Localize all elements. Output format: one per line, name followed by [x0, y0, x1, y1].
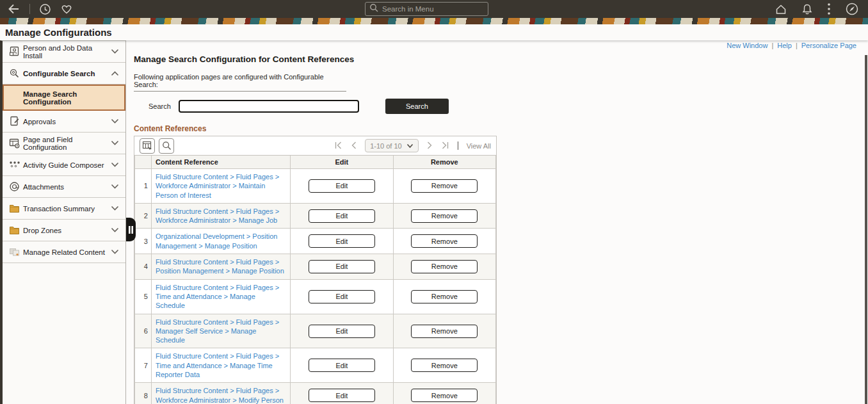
first-page-icon	[334, 141, 342, 150]
content-reference-header: Content Reference	[151, 156, 290, 169]
zoom-grid-icon[interactable]	[159, 138, 174, 154]
sidebar-item-attachments[interactable]: Attachments	[3, 176, 125, 198]
next-page-icon	[427, 141, 433, 150]
remove-cell: Remove	[393, 383, 495, 404]
remove-button[interactable]: Remove	[411, 325, 478, 338]
home-icon[interactable]	[775, 3, 787, 15]
new-window-link[interactable]: New Window	[727, 42, 768, 49]
decorative-banner	[0, 18, 868, 24]
personalize-page-link[interactable]: Personalize Page	[801, 42, 856, 49]
edit-button[interactable]: Edit	[309, 234, 375, 248]
configurable-search-icon	[9, 68, 23, 79]
navbar-compass-icon[interactable]	[845, 2, 859, 16]
menu-search-input[interactable]	[382, 5, 478, 13]
chevron-down-icon	[406, 143, 414, 149]
content-reference-link[interactable]: Fluid Structure Content > Fluid Pages > …	[156, 387, 284, 403]
sidebar-item-label: Person and Job Data Install	[23, 44, 111, 60]
remove-button[interactable]: Remove	[411, 389, 478, 402]
page-title: Manage Configurations	[5, 27, 112, 38]
menu-search-box[interactable]	[365, 2, 488, 16]
edit-button[interactable]: Edit	[309, 389, 375, 402]
content-references-table: Content Reference Edit Remove 1Fluid Str…	[134, 156, 496, 404]
row-number: 6	[135, 314, 152, 348]
topbar-divider	[29, 4, 30, 14]
notifications-bell-icon[interactable]	[801, 3, 813, 15]
activity-guide-icon	[9, 159, 23, 170]
remove-button[interactable]: Remove	[411, 234, 478, 248]
grid-title: Content References	[134, 124, 868, 133]
content-reference-link[interactable]: Fluid Structure Content > Fluid Pages > …	[156, 352, 279, 378]
grid-toolbar: 1-10 of 10 View All	[134, 136, 496, 156]
remove-button[interactable]: Remove	[411, 179, 478, 193]
sidebar-item-person-and-job-data-install[interactable]: Person and Job Data Install	[3, 41, 125, 63]
sidebar-item-approvals[interactable]: Approvals	[3, 111, 125, 133]
remove-button[interactable]: Remove	[411, 260, 478, 273]
content-reference-cell: Fluid Structure Content > Fluid Pages > …	[151, 383, 290, 404]
table-row: 4Fluid Structure Content > Fluid Pages >…	[135, 254, 496, 280]
content-references-grid: 1-10 of 10 View All	[134, 136, 497, 404]
row-number: 8	[135, 383, 152, 404]
edit-cell: Edit	[291, 229, 393, 254]
content-reference-link[interactable]: Fluid Structure Content > Fluid Pages > …	[156, 207, 279, 224]
sidebar-item-transaction-summary[interactable]: Transaction Summary	[3, 198, 125, 220]
table-row: 5Fluid Structure Content > Fluid Pages >…	[135, 279, 496, 314]
sidebar-item-label: Manage Search Configuration	[23, 90, 118, 106]
grid-actions-icon[interactable]	[140, 138, 155, 154]
chevron-up-icon	[111, 70, 119, 77]
edit-button[interactable]: Edit	[309, 209, 375, 223]
remove-button[interactable]: Remove	[411, 209, 478, 223]
page-heading: Manage Search Configuration for Content …	[134, 54, 868, 64]
folder-icon	[9, 225, 23, 235]
row-number: 3	[135, 229, 152, 254]
sidebar-item-manage-search-configuration[interactable]: Manage Search Configuration	[3, 85, 125, 111]
content-reference-link[interactable]: Fluid Structure Content > Fluid Pages > …	[156, 284, 279, 310]
edit-button[interactable]: Edit	[309, 325, 375, 338]
related-content-icon	[9, 247, 23, 257]
remove-button[interactable]: Remove	[411, 290, 478, 303]
sidebar-item-label: Page and Field Configuration	[23, 136, 111, 151]
link-separator: |	[796, 42, 798, 49]
vertical-scrollbar[interactable]	[865, 55, 867, 404]
row-number: 7	[135, 348, 152, 383]
edit-button[interactable]: Edit	[309, 359, 375, 372]
sidebar-item-manage-related-content[interactable]: Manage Related Content	[3, 241, 125, 263]
sidebar-item-activity-guide-composer[interactable]: Activity Guide Composer	[3, 154, 125, 176]
sidebar-item-page-and-field-configuration[interactable]: Page and Field Configuration	[3, 133, 125, 154]
edit-button[interactable]: Edit	[309, 290, 375, 303]
back-icon[interactable]	[6, 2, 20, 16]
row-number: 2	[135, 203, 152, 229]
remove-cell: Remove	[393, 348, 495, 383]
top-bar	[0, 0, 868, 18]
row-range-dropdown[interactable]: 1-10 of 10	[365, 139, 419, 152]
sidebar-collapse-handle[interactable]	[126, 218, 136, 241]
table-row: 1Fluid Structure Content > Fluid Pages >…	[135, 169, 496, 204]
content-reference-link[interactable]: Fluid Structure Content > Fluid Pages > …	[156, 318, 279, 344]
edit-button[interactable]: Edit	[309, 260, 375, 273]
search-button[interactable]: Search	[385, 99, 449, 114]
sidebar-item-configurable-search[interactable]: Configurable Search	[3, 63, 125, 85]
remove-cell: Remove	[393, 254, 495, 280]
remove-button[interactable]: Remove	[411, 359, 478, 372]
search-label: Search	[149, 102, 171, 110]
edit-button[interactable]: Edit	[309, 179, 375, 193]
table-row: 2Fluid Structure Content > Fluid Pages >…	[135, 203, 496, 229]
table-row: 7Fluid Structure Content > Fluid Pages >…	[135, 348, 496, 383]
chevron-down-icon	[111, 118, 119, 125]
view-all-link[interactable]: View All	[467, 142, 491, 150]
chevron-down-icon	[111, 227, 119, 234]
favorites-heart-icon[interactable]	[60, 3, 73, 15]
row-number-header	[135, 156, 152, 169]
content-reference-link[interactable]: Organizational Development > Position Ma…	[156, 232, 277, 249]
search-row: Search Search	[134, 99, 868, 114]
help-link[interactable]: Help	[777, 42, 792, 49]
page-links: New Window|Help|Personalize Page	[727, 42, 856, 49]
content-reference-link[interactable]: Fluid Structure Content > Fluid Pages > …	[156, 173, 279, 199]
content-reference-cell: Fluid Structure Content > Fluid Pages > …	[151, 254, 290, 280]
search-input[interactable]	[179, 100, 359, 113]
content-reference-link[interactable]: Fluid Structure Content > Fluid Pages > …	[156, 258, 284, 275]
sidebar-item-drop-zones[interactable]: Drop Zones	[3, 220, 125, 241]
page-field-icon	[9, 138, 23, 149]
actions-kebab-icon[interactable]	[827, 3, 831, 15]
recent-history-icon[interactable]	[39, 3, 51, 15]
content-reference-cell: Fluid Structure Content > Fluid Pages > …	[151, 279, 290, 314]
